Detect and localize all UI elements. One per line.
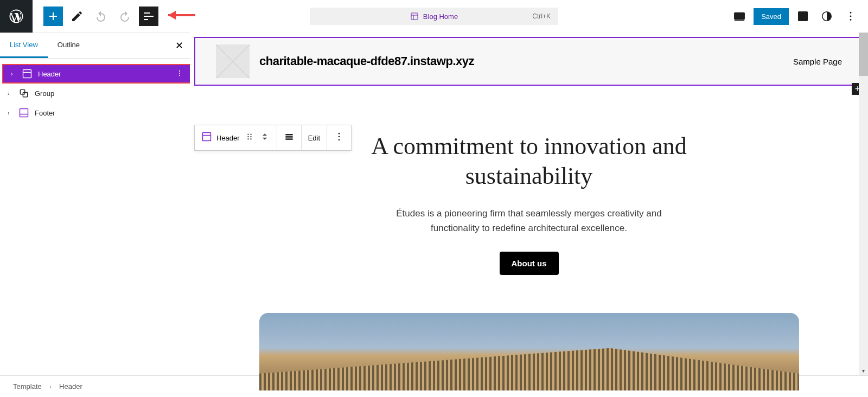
tree-item-options-button[interactable]: [176, 69, 183, 79]
svg-rect-29: [285, 136, 292, 138]
options-menu-button[interactable]: [841, 7, 860, 26]
more-segment[interactable]: [327, 125, 351, 150]
list-view-toggle-button[interactable]: [139, 7, 158, 26]
document-title-bar[interactable]: Blog Home Ctrl+K: [310, 8, 558, 25]
tree-item-header[interactable]: › Header: [2, 64, 190, 84]
editor-canvas[interactable]: charitable-macaque-dfde87.instawp.xyz Sa…: [190, 33, 868, 375]
more-options-icon: [334, 131, 344, 144]
block-type-label: Header: [216, 134, 240, 142]
view-device-button[interactable]: [730, 7, 749, 26]
main-area: List View Outline ✕ › Header › Group ›: [0, 33, 868, 375]
svg-rect-20: [203, 133, 211, 141]
add-block-button[interactable]: [43, 7, 63, 26]
align-icon: [284, 131, 295, 144]
group-icon: [18, 88, 29, 99]
edit-label: Edit: [308, 134, 320, 142]
svg-rect-30: [285, 138, 292, 140]
close-sidebar-button[interactable]: ✕: [175, 40, 183, 52]
svg-point-27: [250, 138, 252, 139]
block-tree: › Header › Group › Footer: [0, 59, 190, 128]
toolbar-left-group: [33, 7, 206, 26]
breadcrumb-root[interactable]: Template: [13, 382, 42, 390]
save-button[interactable]: Saved: [754, 8, 789, 25]
svg-point-31: [339, 133, 340, 135]
hero-heading[interactable]: A commitment to innovation and sustainab…: [339, 131, 719, 191]
chevron-right-icon[interactable]: ›: [8, 90, 13, 97]
list-view-sidebar: List View Outline ✕ › Header › Group ›: [0, 33, 190, 375]
svg-rect-17: [23, 92, 27, 97]
svg-rect-3: [735, 13, 744, 20]
site-logo-placeholder[interactable]: [216, 44, 250, 78]
svg-point-10: [850, 19, 852, 21]
header-block[interactable]: charitable-macaque-dfde87.instawp.xyz Sa…: [194, 37, 864, 86]
block-toolbar: Header Edit: [194, 125, 352, 151]
tree-item-label: Group: [35, 89, 54, 98]
svg-point-13: [179, 70, 180, 71]
svg-rect-18: [20, 109, 28, 117]
keyboard-shortcut: Ctrl+K: [532, 12, 551, 20]
template-icon: [410, 12, 419, 21]
svg-point-23: [250, 134, 252, 136]
tree-item-group[interactable]: › Group: [0, 84, 190, 103]
block-type-segment[interactable]: Header: [195, 125, 277, 150]
svg-rect-5: [799, 12, 808, 21]
tree-item-footer[interactable]: › Footer: [0, 103, 190, 123]
chevron-right-icon[interactable]: ›: [8, 110, 13, 116]
edit-tool-button[interactable]: [67, 7, 87, 26]
redo-button[interactable]: [115, 7, 135, 26]
svg-point-25: [250, 136, 252, 138]
svg-point-33: [339, 139, 340, 141]
template-part-icon: [201, 131, 212, 144]
move-arrows-icon[interactable]: [259, 131, 270, 144]
svg-point-14: [179, 72, 180, 73]
styles-button[interactable]: [817, 7, 837, 26]
toolbar-right-group: Saved: [730, 7, 868, 26]
tab-list-view[interactable]: List View: [0, 33, 48, 58]
hero-image[interactable]: [259, 313, 799, 390]
align-segment[interactable]: [277, 125, 302, 150]
wordpress-logo[interactable]: [0, 0, 33, 33]
site-title[interactable]: charitable-macaque-dfde87.instawp.xyz: [259, 54, 474, 68]
document-title: Blog Home: [423, 12, 458, 21]
tree-item-label: Footer: [35, 109, 55, 117]
svg-rect-0: [411, 13, 418, 20]
svg-point-32: [339, 136, 340, 138]
top-toolbar: Blog Home Ctrl+K Saved: [0, 0, 868, 33]
annotation-arrow: [168, 10, 206, 23]
hero-subtitle[interactable]: Études is a pioneering firm that seamles…: [380, 206, 678, 235]
svg-point-26: [247, 138, 249, 139]
scrollbar-thumb[interactable]: [859, 33, 868, 76]
svg-point-24: [247, 136, 249, 138]
tree-item-label: Header: [38, 70, 61, 78]
template-part-icon: [18, 107, 29, 118]
template-part-icon: [22, 68, 33, 79]
settings-panel-button[interactable]: [793, 7, 813, 26]
tab-outline[interactable]: Outline: [48, 33, 90, 58]
breadcrumb-current[interactable]: Header: [59, 382, 82, 390]
svg-rect-11: [23, 70, 31, 78]
chevron-right-icon: ›: [49, 382, 52, 390]
chevron-right-icon[interactable]: ›: [11, 71, 16, 77]
drag-handle-icon[interactable]: [244, 131, 255, 144]
svg-rect-16: [20, 89, 24, 94]
vertical-scrollbar[interactable]: ▾: [859, 33, 868, 375]
edit-segment[interactable]: Edit: [302, 125, 327, 150]
svg-point-9: [850, 16, 852, 17]
svg-point-15: [179, 75, 180, 76]
sidebar-tabs: List View Outline ✕: [0, 33, 190, 59]
about-us-button[interactable]: About us: [500, 252, 559, 275]
svg-point-8: [850, 12, 852, 14]
undo-button[interactable]: [91, 7, 111, 26]
scrollbar-down-arrow[interactable]: ▾: [859, 366, 868, 375]
svg-point-22: [247, 134, 249, 136]
svg-rect-28: [285, 134, 292, 136]
nav-link-sample-page[interactable]: Sample Page: [793, 57, 842, 66]
